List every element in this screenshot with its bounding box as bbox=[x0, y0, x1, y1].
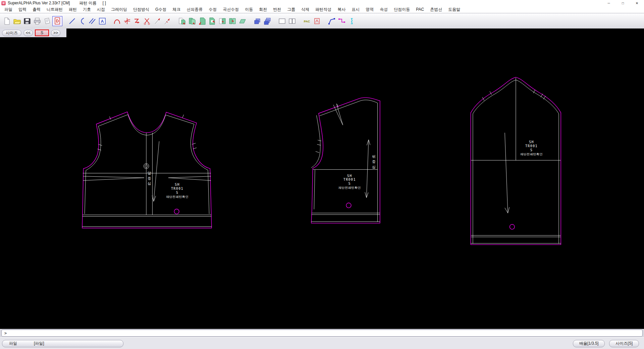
pattern-piece-front-bodice[interactable]: 앞 중 심 SH TR001 S 재단전패턴확인 bbox=[82, 112, 212, 228]
zigzag-arrow-icon bbox=[133, 17, 141, 25]
curve-cross-tool-button[interactable] bbox=[122, 16, 132, 26]
menu-item-edit[interactable]: 수정 bbox=[206, 7, 220, 12]
menu-item-output[interactable]: 출력 bbox=[30, 7, 44, 12]
menu-item-symbol[interactable]: 기호 bbox=[80, 7, 94, 12]
parallel-lines-tool-button[interactable] bbox=[87, 16, 97, 26]
polyline-magenta-button[interactable] bbox=[337, 16, 347, 26]
maximize-button[interactable]: □ bbox=[616, 0, 630, 6]
dxf-document-button[interactable]: D bbox=[52, 16, 62, 26]
double-frame-tool-button[interactable] bbox=[287, 16, 297, 26]
menu-item-area[interactable]: 영역 bbox=[363, 7, 377, 12]
menu-item-mirror[interactable]: 반전 bbox=[270, 7, 284, 12]
printer-icon bbox=[33, 17, 41, 25]
scale-button[interactable]: 배율[1/3.5] bbox=[573, 340, 605, 347]
stack-panel-button[interactable] bbox=[262, 16, 272, 26]
line-tool-button[interactable] bbox=[67, 16, 77, 26]
parallel-lines-icon bbox=[88, 17, 96, 25]
notch-slash2-icon bbox=[163, 17, 171, 25]
pattern-canvas-svg[interactable]: 앞 중 심 SH TR001 S 재단전패턴확인 뒤 bbox=[0, 28, 644, 329]
menu-item-point-move[interactable]: 단점이동 bbox=[391, 7, 413, 12]
print-button[interactable] bbox=[32, 16, 42, 26]
pac-doc-button[interactable] bbox=[312, 16, 322, 26]
print-page-icon bbox=[43, 17, 51, 25]
front-bodice-inner-lines bbox=[82, 115, 212, 227]
menu-item-display[interactable]: 표시 bbox=[348, 7, 363, 12]
menu-item-copy[interactable]: 복사 bbox=[334, 7, 348, 12]
pattern-copy-button[interactable] bbox=[187, 16, 197, 26]
stack-panel-icon bbox=[263, 17, 271, 25]
scissors-tool-button[interactable] bbox=[142, 16, 152, 26]
pattern-mirror-button[interactable] bbox=[227, 16, 237, 26]
back-bodice-contour bbox=[311, 98, 380, 223]
notch-slash-tool-button[interactable] bbox=[152, 16, 162, 26]
menu-item-check[interactable]: 체크 bbox=[169, 7, 183, 12]
minimize-button[interactable]: ─ bbox=[602, 0, 616, 6]
menu-item-pac[interactable]: PAC bbox=[413, 7, 427, 12]
pattern-cut-button[interactable] bbox=[197, 16, 207, 26]
save-floppy-icon bbox=[23, 17, 31, 25]
copy-panel-button[interactable] bbox=[252, 16, 262, 26]
pattern-join-button[interactable] bbox=[217, 16, 227, 26]
pattern-mirror-icon bbox=[228, 17, 236, 25]
close-button[interactable]: ✕ bbox=[630, 0, 644, 6]
pattern-piece-back-bodice[interactable]: 뒤 중 심 SH TR001 S 재단전패턴확인 bbox=[311, 98, 380, 223]
menu-item-help[interactable]: 도움말 bbox=[445, 7, 463, 12]
new-document-button[interactable] bbox=[2, 16, 12, 26]
menu-item-grading[interactable]: 그레이딩 bbox=[108, 7, 130, 12]
menu-item-group[interactable]: 그룹 bbox=[284, 7, 298, 12]
pac-export-button[interactable]: PAC bbox=[302, 16, 312, 26]
parallelogram-tool-button[interactable] bbox=[237, 16, 248, 26]
pattern-piece-sleeve[interactable]: SH TR001 S 재단전패턴확인 bbox=[471, 77, 561, 244]
svg-text:S: S bbox=[176, 191, 178, 194]
menu-item-dimension-line[interactable]: 촌법선 bbox=[427, 7, 445, 12]
zigzag-arrow-tool-button[interactable] bbox=[132, 16, 142, 26]
sleeve-label: SH bbox=[529, 140, 534, 144]
pattern-extract-button[interactable] bbox=[207, 16, 217, 26]
menu-item-move[interactable]: 이동 bbox=[242, 7, 256, 12]
status-file-label: 파일 bbox=[9, 341, 17, 346]
drawing-canvas[interactable]: 앞 중 심 SH TR001 S 재단전패턴확인 뒤 bbox=[0, 28, 644, 329]
size-next-button[interactable]: >> bbox=[51, 30, 60, 36]
status-file-box: 파일 [파일] bbox=[2, 340, 123, 347]
frame-tool-button[interactable] bbox=[277, 16, 287, 26]
menu-item-knit-pattern[interactable]: 니트패턴 bbox=[44, 7, 66, 12]
front-bodice-drill-hole bbox=[174, 209, 179, 214]
svg-text:재단전패턴확인: 재단전패턴확인 bbox=[520, 153, 543, 156]
line-tool-icon bbox=[68, 17, 76, 25]
open-folder-button[interactable] bbox=[12, 16, 22, 26]
pattern-copy-icon bbox=[188, 17, 196, 25]
menu-item-point-method[interactable]: 단점방식 bbox=[130, 7, 152, 12]
command-input[interactable]: > bbox=[1, 330, 643, 337]
menu-item-pattern[interactable]: 패턴 bbox=[66, 7, 80, 12]
dxf-document-icon: D bbox=[53, 17, 61, 25]
size-status-button[interactable]: 사이즈[S] bbox=[609, 340, 639, 347]
curve-tool-icon bbox=[78, 17, 86, 25]
menu-item-delete[interactable]: 삭제 bbox=[298, 7, 312, 12]
window-title: SuperALPHA:Plus Ver 2.33r7 [CM] bbox=[8, 1, 70, 5]
pattern-new-button[interactable] bbox=[177, 16, 187, 26]
svg-text:TR001: TR001 bbox=[525, 144, 538, 148]
menu-item-curve-edit[interactable]: 곡선수정 bbox=[220, 7, 242, 12]
print-page-button[interactable] bbox=[42, 16, 52, 26]
menu-item-line-type[interactable]: 선의종류 bbox=[183, 7, 206, 12]
menu-item-rotate[interactable]: 회전 bbox=[256, 7, 270, 12]
size-prev-button[interactable]: << bbox=[23, 30, 33, 36]
menu-item-input[interactable]: 입력 bbox=[15, 7, 30, 12]
svg-text:TR001: TR001 bbox=[171, 187, 183, 190]
parallelogram-icon bbox=[238, 17, 247, 25]
pattern-join-icon bbox=[218, 17, 226, 25]
save-button[interactable] bbox=[22, 16, 32, 26]
arc-tool-button[interactable] bbox=[112, 16, 122, 26]
tab-size[interactable]: 사이즈 bbox=[2, 30, 21, 36]
menu-item-pattern-make[interactable]: 패턴작성 bbox=[312, 7, 334, 12]
menu-item-g-edit[interactable]: G수정 bbox=[152, 7, 169, 12]
current-size-box[interactable]: S bbox=[35, 30, 49, 36]
polyline-blue-button[interactable] bbox=[327, 16, 337, 26]
text-tool-button[interactable]: A bbox=[97, 16, 107, 26]
curve-tool-button[interactable] bbox=[77, 16, 87, 26]
menu-item-seam-allowance[interactable]: 시접 bbox=[94, 7, 108, 12]
menu-item-property[interactable]: 속성 bbox=[377, 7, 391, 12]
menu-item-file[interactable]: 파일 bbox=[1, 7, 15, 12]
measure-cyan-button[interactable] bbox=[347, 16, 357, 26]
notch-slash-tool2-button[interactable] bbox=[162, 16, 172, 26]
